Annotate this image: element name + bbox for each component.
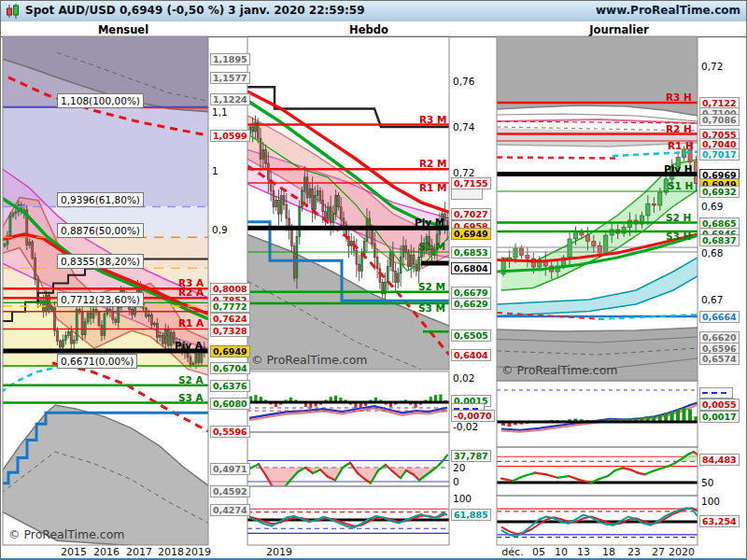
pivot-label: S1 H: [668, 180, 693, 191]
time-axis-label: 13: [577, 546, 590, 558]
fibonacci-label: 0,9396(61,80%): [57, 192, 144, 207]
prorealtime-window: Spot AUD/USD 0,6949 (-0,50 %) 3 janv. 20…: [0, 0, 747, 560]
pivot-label: R3 H: [666, 91, 692, 103]
axis-price-label: 0,6679: [451, 287, 491, 299]
panel-hebdo-main: [247, 87, 449, 370]
pivot-label: R1 M: [419, 182, 447, 193]
axis-price-label: 0,6080: [210, 398, 250, 410]
fibonacci-label: 0,8355(38,20%): [57, 254, 144, 269]
axis-price-label: 0,6853: [451, 246, 491, 259]
panel-journalier-stoch: [497, 508, 698, 537]
axis-price-label: 0,5596: [210, 426, 250, 438]
time-axis-label: 2018: [158, 546, 184, 558]
axis-price-label: 0: [451, 476, 461, 487]
axis-price-label: 0,7027: [451, 208, 491, 220]
pivot-label: S3 M: [418, 302, 445, 314]
axis-price-label: 0,69: [699, 201, 725, 212]
fibonacci-label: 1,108(100,00%): [57, 93, 144, 108]
fibonacci-label: 0,8876(50,00%): [57, 223, 144, 238]
axis-price-label: -0,02: [451, 421, 480, 432]
panel-hebdo-osc3: [247, 509, 449, 533]
axis-price-label: 0,6804: [451, 262, 491, 274]
pivot-label: S3 H: [666, 231, 691, 242]
pivot-label: S3 A: [178, 392, 204, 403]
axis-price-label: 37,787: [451, 450, 491, 462]
axis-price-label: 0,6629: [451, 298, 491, 310]
pivot-label: S2 M: [418, 281, 445, 292]
axis-price-label: 0,6505: [451, 329, 491, 342]
axis-price-label: 0,6704: [210, 362, 250, 374]
panel-journalier-rsi: [497, 452, 698, 483]
pivot-label: R3 M: [419, 114, 447, 125]
pivot-label: R2 A: [178, 287, 204, 298]
axis-price-label: 0,76: [451, 76, 476, 87]
panel-journalier-main: [497, 36, 698, 381]
axis-price-label: 0,67: [699, 294, 725, 305]
axis-price-label: 0,0055: [699, 399, 740, 411]
pivot-label: S2 H: [666, 212, 691, 223]
fibonacci-label: 0,6671(0,00%): [57, 354, 137, 369]
axis-price-label: 0,6932: [699, 186, 740, 198]
axis-price-label: 1: [210, 165, 220, 176]
pivot-label: R1 H: [668, 140, 694, 151]
axis-price-label: 0,02: [451, 372, 476, 384]
axis-price-label: 0,0017: [699, 411, 740, 423]
axis-price-label: [699, 387, 733, 399]
current-price-label: 0,6949: [451, 228, 491, 240]
axis-price-label: 50: [699, 477, 715, 488]
pivot-label: S2 A: [178, 374, 204, 385]
axis-price-label: 63,254: [699, 515, 740, 527]
axis-price-label: 0,6837: [699, 234, 740, 246]
charts-canvas[interactable]: [1, 1, 747, 560]
axis-price-label: 0,7624: [210, 313, 250, 325]
pivot-label: Piv A: [175, 340, 203, 351]
axis-price-label: 0,68: [699, 247, 725, 259]
axis-price-label: 0,4971: [210, 463, 250, 475]
axis-price-label: 1,0599: [210, 130, 250, 142]
time-axis-label: 27: [652, 546, 665, 558]
pivot-label: R1 A: [178, 317, 204, 329]
axis-price-label: 0,6574: [699, 353, 740, 365]
axis-price-label: 0,4274: [210, 504, 250, 516]
axis-price-label: 0,9: [210, 224, 230, 235]
current-price-label: 0,6949: [210, 345, 250, 357]
axis-price-label: 84,483: [699, 454, 740, 466]
time-axis-label: 2019: [185, 546, 211, 558]
watermark: © ProRealTime.com: [501, 363, 618, 377]
axis-price-label: 1,1: [210, 106, 230, 118]
axis-price-label: 0,72: [699, 61, 725, 72]
pivot-label: Piv M: [415, 217, 444, 228]
time-axis-label: 2019: [266, 546, 292, 558]
time-axis-label: 2015: [61, 546, 87, 558]
axis-price-label: 0,7017: [699, 148, 740, 161]
axis-price-label: 0,7772: [210, 301, 250, 313]
time-axis-label: 18: [602, 546, 615, 558]
axis-price-label: 61,885: [451, 509, 491, 521]
pivot-label: Piv H: [664, 163, 693, 175]
axis-price-label: 20: [451, 462, 467, 473]
panel-hebdo-macd: [247, 395, 449, 421]
time-axis-label: déc.: [501, 546, 523, 558]
axis-price-label: 0,74: [451, 121, 476, 133]
time-axis-label: 2016: [93, 546, 120, 558]
pivot-label: R2 H: [666, 123, 692, 134]
axis-price-label: [451, 189, 483, 200]
time-axis-label: 2017: [126, 546, 152, 558]
axis-price-label: 0,6664: [699, 311, 740, 323]
axis-price-label: 0,7328: [210, 325, 250, 337]
axis-price-label: 1,1895: [210, 53, 250, 65]
time-axis-label: 10: [555, 546, 568, 558]
axis-price-label: 0,7086: [699, 114, 740, 126]
watermark: © ProRealTime.com: [8, 527, 125, 541]
axis-price-label: 100: [451, 493, 473, 504]
axis-price-label: 0,6404: [451, 349, 491, 361]
axis-price-label: 0,6376: [210, 380, 250, 392]
fibonacci-label: 0,7712(23,60%): [57, 292, 144, 307]
axis-price-label: 100: [699, 496, 722, 507]
pivot-label: S1 M: [418, 241, 445, 252]
time-axis-label: 2020: [669, 546, 695, 558]
axis-price-label: 0,4592: [210, 485, 250, 497]
axis-price-label: 1,1224: [210, 93, 250, 105]
axis-price-label: 1,1577: [210, 72, 250, 84]
watermark: © ProRealTime.com: [251, 353, 368, 367]
